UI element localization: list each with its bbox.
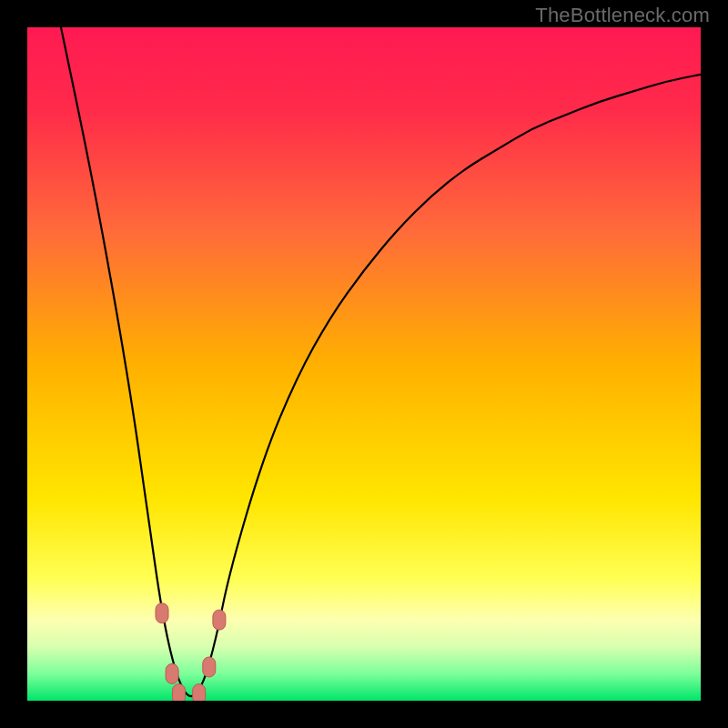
curve-marker: [203, 657, 216, 677]
curve-marker: [156, 603, 168, 623]
curve-marker: [173, 684, 186, 701]
attribution-text: TheBottleneck.com: [535, 4, 710, 27]
gradient-background: [27, 27, 701, 701]
chart-frame: [27, 27, 701, 701]
curve-marker: [193, 684, 206, 701]
bottleneck-chart: [27, 27, 701, 701]
curve-marker: [213, 610, 226, 630]
curve-marker: [166, 663, 178, 683]
